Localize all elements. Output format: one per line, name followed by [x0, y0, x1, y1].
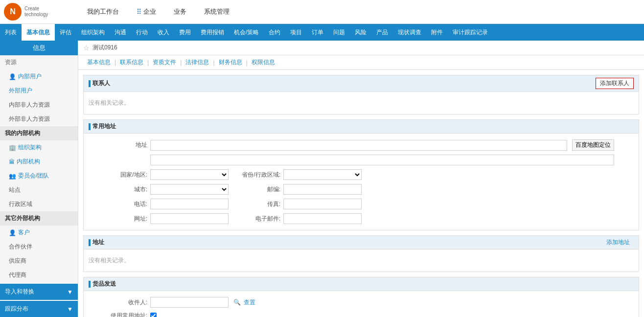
sidebar-item-internal-user[interactable]: 👤 内部用户: [0, 69, 78, 84]
address-row-2: [89, 153, 634, 167]
contacts-section-body: 没有相关记录。: [84, 92, 639, 114]
sidebar-action-track[interactable]: 跟踪分布 ▼: [0, 301, 78, 317]
website-label: 网址:: [108, 215, 147, 223]
tab-fee[interactable]: 费用: [174, 24, 196, 41]
common-address-header: 常用地址: [84, 120, 639, 134]
sidebar-item-external-hr[interactable]: 外部非人力资源: [0, 112, 78, 126]
nav-admin[interactable]: 系统管理: [195, 0, 238, 23]
country-select[interactable]: [150, 169, 229, 180]
subnav-qualification[interactable]: 资质文件: [149, 58, 180, 67]
shipping-section-header: 货品发送: [84, 277, 639, 291]
use-common-checkbox[interactable]: [150, 313, 157, 317]
committee-icon: 👥: [9, 173, 16, 180]
top-navigation: 我的工作台 ⠿ 企业 业务 系统管理: [78, 0, 238, 23]
receiver-label: 收件人:: [108, 298, 147, 307]
tab-order[interactable]: 订单: [307, 24, 328, 41]
lookup-link[interactable]: 查置: [244, 298, 255, 307]
sidebar-item-customer[interactable]: 👤 客户: [0, 226, 78, 240]
star-icon[interactable]: ☆: [83, 44, 90, 52]
tab-survey[interactable]: 现状调查: [393, 24, 426, 41]
tab-risk[interactable]: 风险: [350, 24, 371, 41]
tab-fee-report[interactable]: 费用报销: [196, 24, 229, 41]
customer-icon: 👤: [9, 229, 16, 236]
sidebar-group-my-internal: 我的内部机构: [0, 126, 78, 140]
top-header: N Create technology 我的工作台 ⠿ 企业 业务 系统管理: [0, 0, 644, 24]
sidebar-item-internal-hr[interactable]: 内部非人力资源: [0, 98, 78, 112]
tab-org[interactable]: 组织架构: [76, 24, 110, 41]
tab-project[interactable]: 项目: [285, 24, 307, 41]
phone-input[interactable]: [150, 199, 229, 209]
email-label: 电子邮件:: [241, 215, 280, 223]
address-input-2[interactable]: [150, 155, 614, 165]
tab-income[interactable]: 收入: [153, 24, 174, 41]
sidebar-item-internal-org[interactable]: 🏛 内部机构: [0, 155, 78, 169]
content-area: ☆ 测试0916 基本信息 | 联系信息 | 资质文件 | 法律信息 | 财务信…: [78, 41, 644, 317]
city-postal-row: 城市: 邮编:: [89, 182, 634, 197]
arrow-icon-2: ▼: [67, 306, 73, 313]
nav-workbench[interactable]: 我的工作台: [78, 0, 128, 23]
address-input[interactable]: [150, 140, 567, 151]
email-input[interactable]: [283, 213, 362, 224]
use-common-label: 使用常用地址:: [108, 312, 147, 317]
fax-label: 传真:: [241, 200, 280, 208]
contacts-section-header: 联系人 添加联系人: [84, 75, 639, 92]
tab-contract[interactable]: 合约: [264, 24, 285, 41]
sidebar-item-admin-area[interactable]: 行政区域: [0, 197, 78, 211]
tab-list[interactable]: 列表: [0, 24, 22, 41]
tab-opportunity[interactable]: 机会/策略: [229, 24, 264, 41]
sidebar-item-agent[interactable]: 代理商: [0, 268, 78, 282]
receiver-input[interactable]: [150, 297, 229, 308]
sidebar-actions: 导入和替换 ▼ 跟踪分布 ▼: [0, 284, 78, 317]
add-address-link[interactable]: 添加地址: [602, 238, 634, 247]
subnav-permission[interactable]: 权限信息: [248, 58, 279, 67]
sidebar-item-partner[interactable]: 合作伙伴: [0, 240, 78, 254]
tab-product[interactable]: 产品: [371, 24, 393, 41]
nav-enterprise[interactable]: ⠿ 企业: [128, 0, 165, 23]
sub-navigation: 基本信息 | 联系信息 | 资质文件 | 法律信息 | 财务信息 | 权限信息: [78, 55, 644, 70]
user-icon: 👤: [9, 73, 16, 80]
shipping-section-body: 收件人: 🔍 查置 使用常用地址:: [84, 291, 639, 317]
fax-input[interactable]: [283, 199, 362, 209]
website-email-row: 网址: 电子邮件:: [89, 211, 634, 226]
receiver-row: 收件人: 🔍 查置: [89, 295, 634, 310]
tab-comm[interactable]: 沟通: [110, 24, 131, 41]
postal-input[interactable]: [283, 184, 362, 195]
city-label: 城市:: [108, 185, 147, 194]
nav-business[interactable]: 业务: [165, 0, 195, 23]
tab-eval[interactable]: 评估: [55, 24, 76, 41]
tab-audit[interactable]: 审计跟踪记录: [448, 24, 493, 41]
add-contact-button[interactable]: 添加联系人: [596, 78, 634, 89]
address-section-header: 地址 添加地址: [84, 236, 639, 249]
tab-issue[interactable]: 问题: [328, 24, 350, 41]
shipping-section-title: 货品发送: [89, 280, 116, 288]
sidebar-item-external-user[interactable]: 外部用户: [0, 84, 78, 98]
sidebar-item-site[interactable]: 站点: [0, 183, 78, 197]
lookup-icon: 🔍: [233, 299, 241, 306]
contacts-no-record: 没有相关记录。: [89, 96, 634, 110]
sidebar-item-committee[interactable]: 👥 委员会/团队: [0, 169, 78, 183]
baidu-map-button[interactable]: 百度地图定位: [572, 139, 614, 151]
common-address-body: 地址 百度地图定位 国家/地区: 省份/行政区域:: [84, 134, 639, 230]
breadcrumb-record: 测试0916: [92, 44, 117, 52]
sidebar-item-org-structure[interactable]: 🏢 组织架构: [0, 140, 78, 155]
sidebar-item-supplier[interactable]: 供应商: [0, 254, 78, 268]
website-input[interactable]: [150, 213, 229, 224]
city-select[interactable]: [150, 184, 229, 195]
tab-basic[interactable]: 基本信息: [22, 24, 55, 41]
phone-label: 电话:: [108, 200, 147, 208]
common-address-section: 常用地址 地址 百度地图定位 国家/地区:: [83, 119, 639, 230]
province-select[interactable]: [283, 169, 362, 180]
tab-attachment[interactable]: 附件: [426, 24, 448, 41]
grid-icon: ⠿: [137, 8, 141, 16]
address-section: 地址 添加地址 没有相关记录。: [83, 235, 639, 272]
contacts-section: 联系人 添加联系人 没有相关记录。: [83, 75, 639, 114]
subnav-finance[interactable]: 财务信息: [215, 58, 246, 67]
address-row-1: 地址 百度地图定位: [89, 137, 634, 153]
subnav-basic-info[interactable]: 基本信息: [83, 58, 115, 67]
sidebar-top-label: 信息: [0, 41, 78, 55]
sidebar-action-import[interactable]: 导入和替换 ▼: [0, 284, 78, 300]
subnav-legal[interactable]: 法律信息: [182, 58, 213, 67]
address-section-body: 没有相关记录。: [84, 249, 639, 272]
subnav-contact-info[interactable]: 联系信息: [116, 58, 147, 67]
tab-action[interactable]: 行动: [131, 24, 153, 41]
